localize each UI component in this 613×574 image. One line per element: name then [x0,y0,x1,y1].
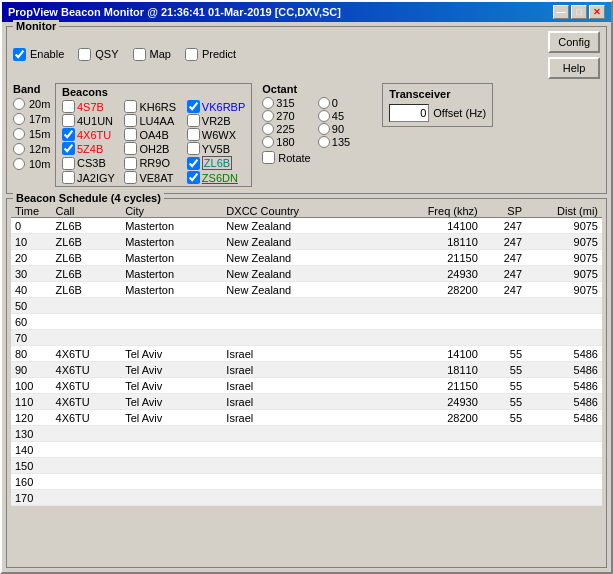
beacon-kh6rs: KH6RS [124,100,182,113]
octant-90-radio[interactable] [318,123,330,135]
cell-dist: 9075 [526,250,602,266]
predict-checkbox[interactable] [185,48,198,61]
beacon-4u1un-label: 4U1UN [77,115,113,127]
cell-call: 4X6TU [52,378,122,394]
beacon-w6wx-check[interactable] [187,128,200,141]
beacon-lu4aa: LU4AA [124,114,182,127]
beacon-cs3b-check[interactable] [62,157,75,170]
minimize-button[interactable]: — [553,5,569,19]
qsy-checkbox[interactable] [78,48,91,61]
cell-dist [526,330,602,346]
band-10m-radio[interactable] [13,158,25,170]
beacon-5z4b-check[interactable] [62,142,75,155]
rotate-checkbox[interactable] [262,151,275,164]
predict-label: Predict [202,48,236,60]
cell-sp: 55 [482,346,526,362]
cell-dist [526,314,602,330]
band-20m-radio[interactable] [13,98,25,110]
beacon-oa4b: OA4B [124,128,182,141]
maximize-button[interactable]: □ [571,5,587,19]
transceiver-offset-input[interactable] [389,104,429,122]
table-row: 1004X6TUTel AvivIsrael21150555486 [11,378,602,394]
cell-call: ZL6B [52,282,122,298]
rotate-label: Rotate [278,152,310,164]
beacon-kh6rs-check[interactable] [124,100,137,113]
cell-dxcc [222,442,387,458]
beacons-grid: 4S7B KH6RS VK6RBP 4U1U [62,100,245,184]
config-button[interactable]: Config [548,31,600,53]
cell-call: 4X6TU [52,394,122,410]
table-row: 50 [11,298,602,314]
octant-90: 90 [318,123,373,135]
col-header-city: City [121,205,222,218]
transceiver-label: Transceiver [389,88,486,100]
cell-dist [526,490,602,506]
beacons-box: Beacons 4S7B KH6RS VK6RB [55,83,252,187]
beacon-vk6rbp-check[interactable] [187,100,200,113]
cell-dxcc [222,298,387,314]
cell-sp [482,458,526,474]
band-17m-radio[interactable] [13,113,25,125]
octant-45-radio[interactable] [318,110,330,122]
band-10m: 10m [13,158,51,170]
cell-sp: 247 [482,282,526,298]
beacon-ve8at-label: VE8AT [139,172,173,184]
transceiver-offset-label: Offset (Hz) [433,107,486,119]
beacon-zl6b-check[interactable] [187,157,200,170]
beacon-lu4aa-check[interactable] [124,114,137,127]
cell-city: Masterton [121,218,222,234]
cell-city: Masterton [121,282,222,298]
help-button[interactable]: Help [548,57,600,79]
window-controls: — □ ✕ [553,5,605,19]
cell-dxcc [222,330,387,346]
beacon-oh2b-label: OH2B [139,143,169,155]
cell-time: 0 [11,218,52,234]
map-checkbox[interactable] [133,48,146,61]
beacon-vr2b-label: VR2B [202,115,231,127]
beacon-yv5b-label: YV5B [202,143,230,155]
rotate-row: Rotate [262,151,372,164]
band-20m-label: 20m [29,98,50,110]
beacon-lu4aa-label: LU4AA [139,115,174,127]
cell-city: Tel Aviv [121,410,222,426]
band-20m: 20m [13,98,51,110]
beacon-zs6dn-check[interactable] [187,171,200,184]
octant-315-radio[interactable] [262,97,274,109]
beacon-rr9o: RR9O [124,156,182,170]
cell-dist: 9075 [526,282,602,298]
close-button[interactable]: ✕ [589,5,605,19]
cell-dxcc: Israel [222,362,387,378]
cell-time: 30 [11,266,52,282]
cell-dxcc: New Zealand [222,250,387,266]
beacon-oh2b-check[interactable] [124,142,137,155]
map-checkbox-row: Map [133,48,171,61]
predict-checkbox-row: Predict [185,48,236,61]
octant-0-radio[interactable] [318,97,330,109]
beacon-oa4b-check[interactable] [124,128,137,141]
beacon-ja2igy-check[interactable] [62,171,75,184]
band-12m-radio[interactable] [13,143,25,155]
octant-270-radio[interactable] [262,110,274,122]
col-header-freq: Freq (khz) [387,205,482,218]
beacon-4u1un-check[interactable] [62,114,75,127]
monitor-group-label: Monitor [13,20,59,32]
cell-city [121,474,222,490]
monitor-main-row: Band 20m 17m 15m 12m [13,83,600,187]
octant-0: 0 [318,97,373,109]
band-15m-radio[interactable] [13,128,25,140]
beacon-ve8at-check[interactable] [124,171,137,184]
octant-180-radio[interactable] [262,136,274,148]
cell-freq: 28200 [387,410,482,426]
qsy-checkbox-row: QSY [78,48,118,61]
beacon-vr2b: VR2B [187,114,245,127]
cell-freq [387,490,482,506]
beacon-vr2b-check[interactable] [187,114,200,127]
beacon-4x6tu-check[interactable] [62,128,75,141]
cell-sp [482,330,526,346]
octant-225-radio[interactable] [262,123,274,135]
enable-checkbox[interactable] [13,48,26,61]
beacon-yv5b-check[interactable] [187,142,200,155]
beacon-rr9o-check[interactable] [124,157,137,170]
octant-135-radio[interactable] [318,136,330,148]
beacon-4s7b-check[interactable] [62,100,75,113]
